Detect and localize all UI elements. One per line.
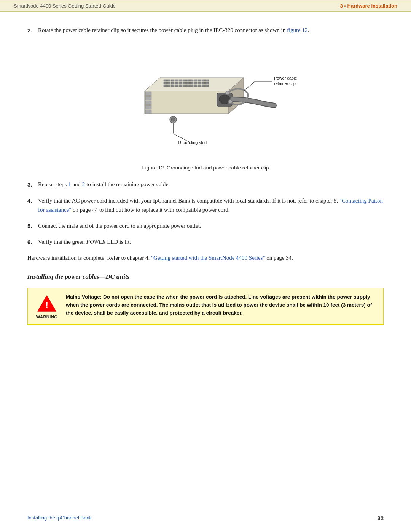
svg-rect-4 <box>164 80 167 81</box>
svg-rect-9 <box>183 80 186 81</box>
svg-rect-43 <box>145 105 151 109</box>
svg-rect-13 <box>198 80 201 81</box>
svg-rect-22 <box>186 82 190 84</box>
svg-rect-29 <box>167 85 170 87</box>
svg-rect-33 <box>183 85 186 87</box>
step-4-text: Verify that the AC power cord included w… <box>38 196 384 214</box>
footer-right: 32 <box>377 515 384 521</box>
svg-rect-7 <box>175 80 178 81</box>
svg-rect-21 <box>183 82 186 84</box>
svg-rect-39 <box>206 85 209 87</box>
footer-left: Installing the IpChannel Bank <box>27 515 92 521</box>
svg-rect-31 <box>175 85 178 87</box>
step-3: 3. Repeat steps 1 and 2 to install the r… <box>27 180 384 189</box>
step-5-num: 5. <box>27 221 38 230</box>
contacting-patton-link[interactable]: "Contacting Patton for assistance" <box>38 198 383 213</box>
svg-rect-20 <box>179 82 182 84</box>
svg-rect-32 <box>179 85 182 87</box>
svg-rect-24 <box>194 82 197 84</box>
step-6-num: 6. <box>27 237 38 246</box>
main-content: 2. Rotate the power cable retainer clip … <box>0 26 411 348</box>
svg-rect-8 <box>179 80 182 81</box>
svg-rect-23 <box>190 82 193 84</box>
svg-line-53 <box>244 81 255 91</box>
step-6: 6. Verify that the green POWER LED is li… <box>27 237 384 246</box>
svg-rect-37 <box>198 85 201 87</box>
svg-rect-28 <box>164 85 167 87</box>
figure-12-link[interactable]: figure 12 <box>287 27 308 33</box>
step-2-text: Rotate the power cable retainer clip so … <box>38 26 384 35</box>
step-6-text: Verify that the green POWER LED is lit. <box>38 237 384 246</box>
step-2: 2. Rotate the power cable retainer clip … <box>27 26 384 35</box>
svg-rect-15 <box>206 80 209 81</box>
header-title: Hardware installation <box>347 3 397 9</box>
svg-rect-44 <box>145 110 151 114</box>
diagram-container: Power cable retainer clip Grounding stud <box>114 45 297 161</box>
footer: Installing the IpChannel Bank 32 <box>0 515 411 521</box>
svg-rect-36 <box>194 85 197 87</box>
svg-rect-19 <box>175 82 178 84</box>
section-heading: Installing the power cables—DC units <box>27 273 384 281</box>
step-5-text: Connect the male end of the power cord t… <box>38 221 384 230</box>
svg-rect-18 <box>171 82 174 84</box>
left-connectors <box>145 92 151 114</box>
header-left: SmartNode 4400 Series Getting Started Gu… <box>14 3 116 9</box>
svg-rect-38 <box>202 85 205 87</box>
svg-rect-30 <box>171 85 174 87</box>
svg-rect-5 <box>167 80 170 81</box>
completion-paragraph: Hardware installation is complete. Refer… <box>27 253 384 262</box>
svg-rect-14 <box>202 80 205 81</box>
svg-rect-11 <box>190 80 193 81</box>
svg-rect-34 <box>186 85 190 87</box>
svg-rect-6 <box>171 80 174 81</box>
svg-rect-27 <box>206 82 209 84</box>
getting-started-link[interactable]: "Getting started with the SmartNode 4400… <box>151 255 265 261</box>
svg-rect-10 <box>186 80 190 81</box>
retainer-clip-label: Power cable <box>274 76 297 80</box>
svg-text:!: ! <box>45 300 48 310</box>
svg-rect-17 <box>167 82 170 84</box>
step-1-link[interactable]: 1 <box>68 181 71 187</box>
warning-icon-wrap: ! WARNING <box>35 293 59 319</box>
step-4-num: 4. <box>27 196 38 214</box>
warning-text: Mains Voltage: Do not open the case the … <box>66 293 376 317</box>
step-3-text: Repeat steps 1 and 2 to install the rema… <box>38 180 384 189</box>
figure-12-area: Power cable retainer clip Grounding stud <box>27 45 384 161</box>
svg-rect-12 <box>194 80 197 81</box>
chapter-number: 3 <box>340 3 342 9</box>
svg-rect-35 <box>190 85 193 87</box>
header-right: 3 • Hardware installation <box>340 3 397 9</box>
svg-rect-42 <box>145 101 151 105</box>
figure-caption: Figure 12. Grounding stud and power cabl… <box>27 165 384 171</box>
step-4: 4. Verify that the AC power cord include… <box>27 196 384 214</box>
step-2-num: 2. <box>27 26 38 35</box>
svg-rect-16 <box>164 82 167 84</box>
grounding-stud-label: Grounding stud <box>178 140 207 145</box>
svg-rect-1 <box>145 91 228 114</box>
svg-rect-40 <box>145 92 151 96</box>
step-2-link[interactable]: 2 <box>82 181 85 187</box>
svg-text:retainer clip: retainer clip <box>274 81 296 86</box>
warning-box: ! WARNING Mains Voltage: Do not open the… <box>27 288 384 325</box>
header-separator: • <box>344 3 347 9</box>
warning-triangle-icon: ! <box>37 293 57 313</box>
header-bar: SmartNode 4400 Series Getting Started Gu… <box>0 0 411 12</box>
step-3-num: 3. <box>27 180 38 189</box>
svg-point-50 <box>171 118 175 121</box>
svg-rect-25 <box>198 82 201 84</box>
svg-rect-26 <box>202 82 205 84</box>
step-5: 5. Connect the male end of the power cor… <box>27 221 384 230</box>
figure-12-svg: Power cable retainer clip Grounding stud <box>114 45 297 160</box>
svg-point-48 <box>228 100 232 104</box>
svg-point-47 <box>226 91 229 95</box>
warning-label: WARNING <box>36 315 58 319</box>
svg-rect-41 <box>145 96 151 100</box>
